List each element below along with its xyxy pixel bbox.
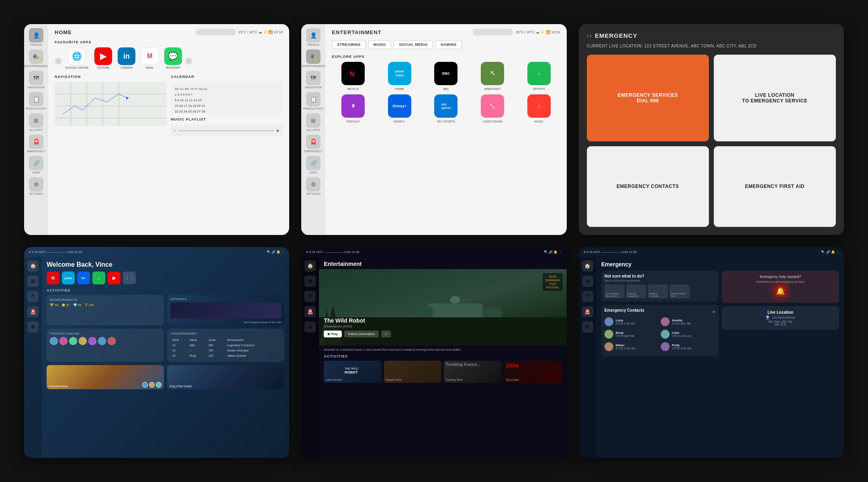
card-emerg-dark: ● 9:15 NOT —————— LON 12:30 🔍 🔗 🔔 ⋮ 🏠 ⊞ … — [579, 247, 844, 458]
sidebar-icon-profile[interactable]: 👤 — [29, 28, 43, 43]
ent-app-music[interactable]: ♫ MUSIC — [518, 94, 560, 123]
ent-app-disney[interactable]: Disney+ DISNEY+ — [378, 94, 421, 123]
sidebar-icon-all-apps[interactable]: ⊞ — [29, 113, 43, 128]
gs-settings[interactable]: ⚙ — [27, 321, 39, 333]
sidebar-icon-emergency[interactable]: 🚨 — [29, 135, 43, 149]
gaming-app-netflix[interactable]: N — [47, 272, 59, 284]
lb-row-3: #3Rudy135Valiant Quester — [171, 353, 280, 358]
ent-dark-header: ● 9:15 NOT —————— LON 12:30 🔍 🔗 🔔 ⋮ — [301, 247, 566, 257]
more-info-btn[interactable]: ℹ More Information — [344, 331, 379, 337]
ent-app-sky[interactable]: skysports SKY SPORTS — [425, 94, 468, 123]
play-btn[interactable]: ▶ Play — [324, 331, 342, 337]
ent-sidebar-entertainment[interactable]: 🎭 — [306, 49, 321, 64]
ent-sidebar-navigation[interactable]: 🗺 — [306, 71, 321, 85]
app-gmail[interactable]: M GMAIL — [141, 47, 159, 69]
gaming-header-right: 🔍 🔗 🔔 ⋮ — [267, 250, 285, 254]
alert-circle[interactable]: 🔔 — [772, 283, 788, 299]
back-chevron-1: ‹ — [587, 33, 589, 39]
ent-search-bar[interactable] — [473, 29, 513, 35]
ent-sidebar-emergency[interactable]: 🚨 — [306, 135, 321, 149]
emds-grid[interactable]: ⊞ — [582, 276, 593, 287]
ent-sidebar-productivity[interactable]: 📋 — [306, 92, 321, 106]
act-label: Activities — [324, 354, 562, 358]
sidebar-icon-entertainment[interactable]: 🎭 — [29, 49, 43, 64]
eds-settings[interactable]: ⚙ — [304, 321, 316, 333]
ent-app-prime[interactable]: primevideo PRIME — [378, 62, 421, 90]
fav-apps-row: ‹ 🌐 GOOGLE CHROME ▶ YOUTUBE in LINKEDIN — [55, 47, 283, 75]
back-btn[interactable]: ‹ ‹ — [587, 33, 592, 39]
gs-home[interactable]: 🏠 — [27, 260, 39, 272]
guide-2[interactable]: First Aid Guidelines — [626, 284, 646, 298]
sidebar-icon-productivity[interactable]: 📋 — [29, 92, 43, 106]
guide-3[interactable]: Medical Checklist — [648, 284, 668, 298]
tab-gaming[interactable]: GAMING — [435, 40, 462, 49]
ent-sidebar-links[interactable]: 🔗 — [306, 156, 321, 170]
fa-avatar-2 — [149, 382, 155, 388]
emerg-contacts-btn[interactable]: EMERGENCY CONTACTS — [587, 146, 709, 227]
gaming-app-spotify[interactable]: ♪ — [92, 272, 105, 284]
music-placeholder[interactable]: ♪ ▶ — [171, 125, 283, 137]
gs-emergency[interactable]: 🚨 — [27, 306, 39, 317]
thumb-4[interactable]: 1984 Top 10 Box... — [504, 361, 562, 383]
ent-app-netflix[interactable]: N NETFLIX — [332, 62, 374, 90]
emds-settings[interactable]: ⚙ — [582, 321, 593, 333]
gaming-app-prime[interactable]: prime — [62, 272, 75, 284]
thumb-3[interactable]: Trending France... Trending Films — [444, 361, 502, 383]
calendar-placeholder[interactable]: Mo Tu We Th Fr Sa Su 1 2 3 4 5 6 7 8 9 1… — [171, 82, 283, 114]
ent-sidebar-all-apps[interactable]: ⊞ — [306, 113, 321, 128]
thumb-2[interactable]: Popular Films — [384, 361, 442, 383]
status-text: 15°C / 20°C ☁ ⚡ 📶 10:10 — [238, 30, 283, 34]
ent-app-spotify[interactable]: ♪ SPOTIFY — [518, 62, 560, 90]
emerg-first-aid-btn[interactable]: EMERGENCY FIRST AID — [714, 146, 836, 227]
sidebar-icon-navigation[interactable]: 🗺 — [29, 71, 43, 85]
add-btn[interactable]: + — [381, 331, 391, 337]
card-entertainment: 👤 PROFILE 🎭 ENTERTAINMENT 🗺 NAVIGATION 📋… — [301, 24, 566, 235]
ent-app-minecraft[interactable]: ⛏ MINECRAFT — [471, 62, 514, 90]
tab-music[interactable]: MUSIC — [368, 40, 392, 49]
app-chrome[interactable]: 🌐 GOOGLE CHROME — [65, 47, 89, 69]
gaming-app-youtube[interactable]: ▶ — [108, 272, 120, 284]
eds-clock[interactable]: ⏱ — [304, 291, 316, 302]
eds-emergency[interactable]: 🚨 — [304, 306, 316, 317]
app-youtube[interactable]: ▶ YOUTUBE — [94, 47, 112, 69]
gaming-app-disney[interactable]: D+ — [77, 272, 90, 284]
tab-streaming[interactable]: STREAMING — [332, 40, 366, 49]
activities-grid: Achievements 🏆98 ⭐87 💎50 🎖200 Updates — [47, 295, 284, 362]
emerg-services-btn[interactable]: EMERGENCY SERVICESDIAL 999 — [587, 55, 709, 141]
guide-4[interactable]: Mental Health Car... — [670, 284, 690, 298]
live-location-btn[interactable]: LIVE LOCATIONTO EMERGENCY SERVICE — [714, 55, 836, 141]
search-bar[interactable] — [196, 29, 236, 35]
music-play[interactable]: ▶ — [277, 129, 280, 133]
thumb-3-label: Trending Films — [445, 378, 463, 381]
guide-1[interactable]: Car Accident Documents — [605, 284, 625, 298]
sidebar-icon-settings[interactable]: ⚙ — [29, 177, 43, 192]
emds-emergency[interactable]: 🚨 — [582, 306, 593, 317]
whatsapp-label: WHATSAPP — [166, 66, 180, 69]
tab-social-media[interactable]: SOCIAL MEDIA — [394, 40, 433, 49]
minecraft-label: MINECRAFT — [484, 88, 501, 90]
ent-app-bbc[interactable]: BBC BBC — [425, 62, 468, 90]
calendar-svg: Mo Tu We Th Fr Sa Su 1 2 3 4 5 6 7 8 9 1… — [171, 82, 283, 114]
gs-clock[interactable]: ⏱ — [27, 291, 39, 302]
app-whatsapp[interactable]: 💬 WHATSAPP — [164, 47, 182, 69]
sidebar-icon-links[interactable]: 🔗 — [29, 156, 43, 170]
emds-clock[interactable]: ⏱ — [582, 291, 593, 302]
eds-grid[interactable]: ⊞ — [304, 276, 316, 287]
map-placeholder[interactable] — [55, 82, 167, 126]
help-btn[interactable]: Emergency help needed? Hold button to ca… — [722, 271, 839, 303]
nav-arrow-right[interactable]: › — [185, 57, 192, 65]
ent-sidebar-settings[interactable]: ⚙ — [306, 177, 321, 192]
app-linkedin[interactable]: in LINKEDIN — [118, 47, 135, 69]
ent-app-podcast[interactable]: 🎙 PODCAST — [332, 94, 374, 123]
thumb-1[interactable]: THE WILD ROBOT Latest Stream — [324, 361, 382, 383]
nav-arrow-left[interactable]: ‹ — [55, 57, 62, 65]
gaming-app-more[interactable]: ⋮⋮ — [123, 272, 136, 284]
add-contact-btn[interactable]: + — [712, 308, 715, 315]
gaming-header: ● 9:15 NOT —————— LON 12:30 🔍 🔗 🔔 ⋮ — [24, 247, 289, 257]
emds-home[interactable]: 🏠 — [582, 260, 593, 272]
gs-grid[interactable]: ⊞ — [27, 276, 39, 287]
live-location-dark-btn[interactable]: Live Location 123 Street Avenue Abc Town… — [722, 306, 839, 330]
ent-sidebar-profile[interactable]: 👤 — [306, 28, 321, 43]
ent-app-candy[interactable]: 🍬 CANDYCRUSH — [471, 94, 514, 123]
eds-home[interactable]: 🏠 — [304, 260, 316, 272]
